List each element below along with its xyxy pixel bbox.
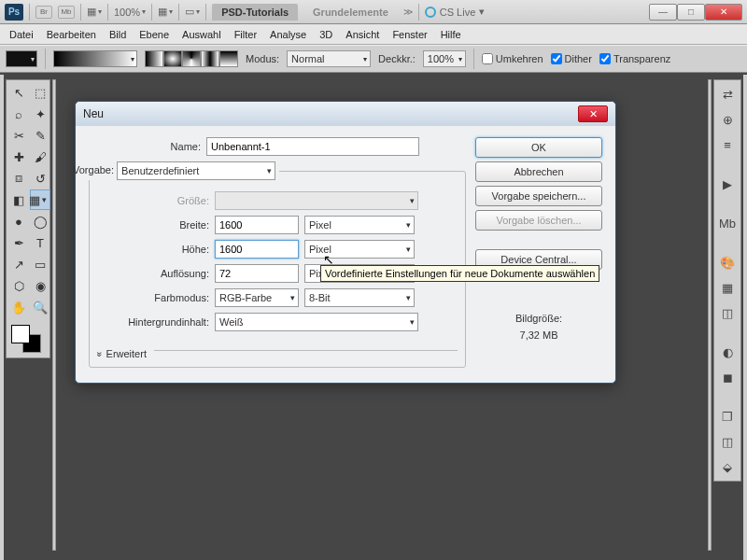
bildgroesse-display: Bildgröße: 7,32 MB: [475, 311, 602, 343]
history-panel-icon[interactable]: ⇄: [717, 84, 738, 105]
layers-panel-icon[interactable]: ❐: [717, 406, 738, 427]
move-tool[interactable]: ↖: [8, 82, 29, 103]
gradient-linear-button[interactable]: [145, 50, 163, 67]
menu-hilfe[interactable]: Hilfe: [441, 29, 461, 40]
stamp-tool[interactable]: ⧈: [8, 168, 29, 189]
hand-tool[interactable]: ✋: [8, 297, 29, 317]
heal-tool[interactable]: ✚: [8, 147, 29, 167]
deckkr-input[interactable]: 100%: [423, 50, 466, 67]
masks-panel-icon[interactable]: ◼: [717, 367, 738, 387]
channels-panel-icon[interactable]: ◫: [717, 431, 738, 452]
vorgabe-speichern-button[interactable]: Vorgabe speichern...: [475, 186, 602, 206]
3d-tool[interactable]: ⬡: [8, 275, 29, 296]
color-swatch[interactable]: [8, 322, 50, 356]
menu-filter[interactable]: Filter: [234, 29, 257, 40]
dialog-titlebar[interactable]: Neu ✕: [76, 102, 615, 126]
umkehren-checkbox[interactable]: Umkehren: [482, 53, 543, 64]
workspace-tab-inactive[interactable]: Grundelemente: [303, 4, 398, 21]
color-panel-icon[interactable]: 🎨: [717, 252, 738, 273]
brush-tool[interactable]: 🖌: [30, 147, 50, 167]
cslive-icon: [425, 7, 436, 18]
paths-panel-icon[interactable]: ⬙: [717, 456, 738, 477]
zoom-tool[interactable]: 🔍: [30, 297, 50, 317]
breite-input[interactable]: [215, 216, 299, 234]
screen-mode-dropdown[interactable]: ▭: [185, 6, 200, 18]
properties-panel-icon[interactable]: ≡: [717, 134, 738, 155]
breite-unit-select[interactable]: Pixel: [304, 216, 415, 234]
right-panel-dock: ⇄ ⊕ ≡ ▶ Mb 🎨 ▦ ◫ ◐ ◼ ❐ ◫ ⬙: [713, 79, 741, 482]
actions-panel-icon[interactable]: ⊕: [717, 109, 738, 130]
transparenz-checkbox[interactable]: Transparenz: [599, 53, 670, 64]
view-extras-dropdown[interactable]: ▦: [87, 6, 102, 18]
gradient-angle-button[interactable]: [182, 50, 201, 67]
ok-button[interactable]: OK: [475, 137, 602, 158]
menu-3d[interactable]: 3D: [319, 29, 332, 40]
history-brush-tool[interactable]: ↺: [30, 168, 50, 189]
window-close-button[interactable]: ✕: [705, 4, 742, 21]
shape-tool[interactable]: ▭: [30, 254, 50, 274]
abbrechen-button[interactable]: Abbrechen: [475, 161, 602, 182]
vorgabe-select[interactable]: Benutzerdefiniert: [117, 161, 275, 180]
panel-grip-right[interactable]: [708, 79, 712, 551]
groesse-select[interactable]: [215, 191, 418, 210]
menu-ebene[interactable]: Ebene: [139, 29, 169, 40]
options-bar: Modus: Normal Deckkr.: 100% Umkehren Dit…: [0, 45, 747, 73]
menu-analyse[interactable]: Analyse: [270, 29, 306, 40]
adjustments-panel-icon[interactable]: ◐: [717, 342, 738, 362]
window-maximize-button[interactable]: □: [677, 4, 705, 21]
aufloesung-input[interactable]: [215, 264, 299, 283]
blur-tool[interactable]: ●: [8, 211, 29, 231]
menu-auswahl[interactable]: Auswahl: [182, 29, 221, 40]
3d-camera-tool[interactable]: ◉: [30, 275, 50, 296]
swatches-panel-icon[interactable]: ▦: [717, 277, 738, 298]
eraser-tool[interactable]: ◧: [8, 189, 29, 210]
workspace-more-icon[interactable]: ≫: [403, 7, 413, 17]
hoehe-input[interactable]: [215, 240, 299, 259]
main-menubar: Datei Bearbeiten Bild Ebene Auswahl Filt…: [0, 24, 747, 45]
gradient-picker[interactable]: [53, 50, 137, 67]
workspace-edge-left: [0, 75, 4, 560]
name-input[interactable]: [206, 137, 419, 156]
menu-datei[interactable]: Datei: [9, 29, 34, 40]
gradient-radial-button[interactable]: [163, 50, 182, 67]
panel-grip-left[interactable]: [52, 79, 56, 551]
foreground-color[interactable]: [11, 325, 30, 343]
dither-checkbox[interactable]: Dither: [551, 53, 592, 64]
pen-tool[interactable]: ✒: [8, 232, 29, 253]
farbmodus-bit-select[interactable]: 8-Bit: [304, 288, 415, 307]
menu-bearbeiten[interactable]: Bearbeiten: [47, 29, 96, 40]
workspace-tab-active[interactable]: PSD-Tutorials: [212, 4, 298, 21]
modus-select[interactable]: Normal: [287, 50, 371, 67]
cslive-button[interactable]: CS Live ▾: [425, 6, 486, 18]
vorgabe-loeschen-button[interactable]: Vorgabe löschen...: [475, 210, 602, 231]
hintergrund-select[interactable]: Weiß: [215, 313, 418, 331]
arrange-docs-dropdown[interactable]: ▦: [158, 6, 173, 18]
farbmodus-select[interactable]: RGB-Farbe: [215, 288, 299, 307]
dodge-tool[interactable]: ◯: [30, 211, 50, 231]
marquee-tool[interactable]: ⬚: [30, 82, 50, 103]
path-select-tool[interactable]: ↗: [8, 254, 29, 274]
menu-bild[interactable]: Bild: [109, 29, 126, 40]
minibridge-button[interactable]: Mb: [58, 6, 75, 19]
crop-tool[interactable]: ✂: [8, 125, 29, 146]
gradient-diamond-button[interactable]: [219, 50, 238, 67]
menu-ansicht[interactable]: Ansicht: [345, 29, 379, 40]
eyedropper-tool[interactable]: ✎: [30, 125, 50, 146]
minibridge-panel-icon[interactable]: Mb: [717, 213, 738, 233]
type-tool[interactable]: T: [30, 232, 50, 253]
menu-fenster[interactable]: Fenster: [392, 29, 427, 40]
lasso-tool[interactable]: ⌕: [8, 104, 29, 124]
wand-tool[interactable]: ✦: [30, 104, 50, 124]
gradient-reflected-button[interactable]: [201, 50, 219, 67]
dialog-close-button[interactable]: ✕: [578, 105, 608, 122]
hoehe-unit-select[interactable]: Pixel: [304, 240, 415, 259]
styles-panel-icon[interactable]: ◫: [717, 302, 738, 323]
tool-preset-picker[interactable]: [6, 50, 37, 67]
gradient-tool[interactable]: ▦: [30, 189, 50, 210]
zoom-dropdown[interactable]: 100%: [114, 7, 146, 18]
navigator-panel-icon[interactable]: ▶: [717, 174, 738, 194]
new-document-dialog: Neu ✕ Name: Vorgabe: Benutzerdefiniert G…: [75, 101, 616, 384]
window-minimize-button[interactable]: —: [649, 4, 677, 21]
erweitert-toggle[interactable]: Erweitert: [97, 348, 147, 359]
bridge-button[interactable]: Br: [35, 6, 52, 19]
